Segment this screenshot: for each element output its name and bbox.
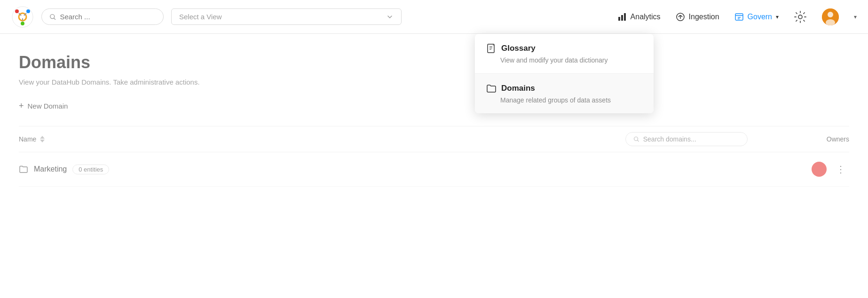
dropdown-item-glossary[interactable]: Glossary View and modify your data dicti… (475, 34, 654, 74)
svg-rect-14 (735, 14, 743, 20)
svg-rect-12 (624, 13, 626, 21)
header: Select a View Analytics Ingestion (0, 0, 868, 34)
settings-button[interactable] (794, 10, 807, 24)
svg-point-2 (15, 9, 19, 13)
search-icon (49, 13, 56, 21)
nav-ingestion[interactable]: Ingestion (676, 12, 719, 22)
dropdown-item-domains[interactable]: Domains Manage related groups of data as… (475, 74, 654, 113)
folder-icon (486, 83, 497, 94)
govern-icon (734, 12, 744, 22)
search-input[interactable] (60, 13, 156, 21)
glossary-icon (486, 43, 497, 54)
svg-rect-11 (621, 15, 623, 21)
domains-description: Manage related groups of data assets (486, 96, 642, 104)
nav: Analytics Ingestion Govern ▾ (617, 8, 857, 25)
ingestion-icon (676, 12, 685, 22)
avatar-dropdown-arrow[interactable]: ▾ (854, 14, 857, 20)
nav-govern[interactable]: Govern ▾ (734, 12, 779, 22)
analytics-icon (617, 12, 627, 22)
ingestion-label: Ingestion (689, 13, 719, 21)
glossary-description: View and modify your data dictionary (486, 56, 642, 64)
svg-point-20 (828, 12, 833, 17)
glossary-label: Glossary (501, 44, 536, 53)
dropdown-backdrop (0, 34, 868, 187)
domains-label: Domains (501, 84, 535, 93)
logo[interactable] (11, 6, 34, 28)
chevron-down-icon (386, 13, 394, 21)
svg-point-4 (21, 22, 24, 25)
govern-label: Govern (748, 13, 772, 21)
govern-dropdown-arrow: ▾ (776, 14, 779, 20)
analytics-label: Analytics (631, 13, 661, 21)
svg-line-9 (54, 18, 55, 19)
svg-point-3 (26, 9, 30, 13)
svg-rect-10 (618, 17, 620, 21)
select-view-placeholder: Select a View (179, 13, 222, 21)
search-box[interactable] (41, 8, 164, 25)
govern-dropdown-menu: Glossary View and modify your data dicti… (475, 34, 654, 113)
nav-analytics[interactable]: Analytics (617, 12, 661, 22)
gear-icon (794, 10, 807, 24)
user-avatar[interactable] (822, 8, 839, 25)
select-view-dropdown[interactable]: Select a View (171, 8, 402, 25)
svg-point-18 (798, 15, 802, 19)
